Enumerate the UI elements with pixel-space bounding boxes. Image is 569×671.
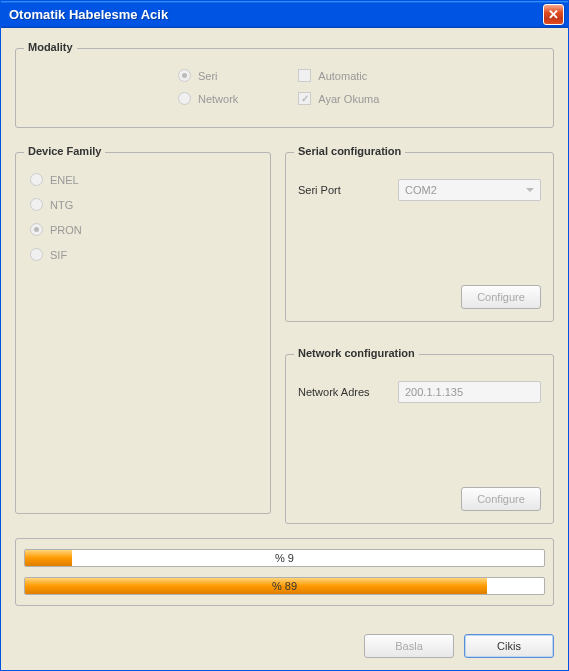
radio-seri-label: Seri bbox=[198, 70, 218, 82]
progress-bar-1: % 9 bbox=[24, 549, 545, 567]
window-title: Otomatik Habelesme Acik bbox=[9, 7, 543, 22]
radio-seri: Seri bbox=[178, 69, 238, 82]
seri-port-value: COM2 bbox=[405, 184, 437, 196]
device-family-label: SIF bbox=[50, 249, 67, 261]
progress-label-2: % 89 bbox=[25, 578, 544, 594]
seri-port-label: Seri Port bbox=[298, 184, 388, 196]
radio-icon bbox=[30, 173, 43, 186]
device-family-item: SIF bbox=[30, 248, 256, 261]
device-family-item: NTG bbox=[30, 198, 256, 211]
device-family-item: ENEL bbox=[30, 173, 256, 186]
network-config-fieldset: Network configuration Network Adres 200.… bbox=[285, 354, 554, 524]
close-icon: ✕ bbox=[548, 7, 559, 22]
device-family-fieldset: Device Family ENEL NTG PRON bbox=[15, 152, 271, 514]
network-config-legend: Network configuration bbox=[294, 347, 419, 359]
device-family-label: PRON bbox=[50, 224, 82, 236]
radio-network: Network bbox=[178, 92, 238, 105]
network-addr-field[interactable]: 200.1.1.135 bbox=[398, 381, 541, 403]
device-family-label: NTG bbox=[50, 199, 73, 211]
network-addr-label: Network Adres bbox=[298, 386, 388, 398]
content-area: Modality Seri Network Automatic bbox=[1, 28, 568, 670]
checkbox-icon bbox=[298, 69, 311, 82]
progress-label-1: % 9 bbox=[25, 550, 544, 566]
radio-network-label: Network bbox=[198, 93, 238, 105]
progress-panel: % 9 % 89 bbox=[15, 538, 554, 606]
radio-icon bbox=[178, 92, 191, 105]
modality-legend: Modality bbox=[24, 41, 77, 53]
network-configure-button[interactable]: Configure bbox=[461, 487, 541, 511]
progress-bar-2: % 89 bbox=[24, 577, 545, 595]
network-addr-value: 200.1.1.135 bbox=[405, 386, 463, 398]
check-automatic: Automatic bbox=[298, 69, 379, 82]
device-family-label: ENEL bbox=[50, 174, 79, 186]
radio-icon bbox=[30, 198, 43, 211]
radio-icon bbox=[178, 69, 191, 82]
serial-config-legend: Serial configuration bbox=[294, 145, 405, 157]
titlebar: Otomatik Habelesme Acik ✕ bbox=[1, 1, 568, 28]
cikis-button[interactable]: Cikis bbox=[464, 634, 554, 658]
device-family-list: ENEL NTG PRON SIF bbox=[28, 167, 258, 261]
footer-buttons: Basla Cikis bbox=[15, 634, 554, 658]
radio-icon bbox=[30, 248, 43, 261]
check-automatic-label: Automatic bbox=[318, 70, 367, 82]
check-ayar-label: Ayar Okuma bbox=[318, 93, 379, 105]
radio-icon bbox=[30, 223, 43, 236]
modality-fieldset: Modality Seri Network Automatic bbox=[15, 48, 554, 128]
check-ayar-okuma: Ayar Okuma bbox=[298, 92, 379, 105]
checkbox-icon bbox=[298, 92, 311, 105]
serial-config-fieldset: Serial configuration Seri Port COM2 Conf… bbox=[285, 152, 554, 322]
chevron-down-icon bbox=[526, 188, 534, 192]
close-button[interactable]: ✕ bbox=[543, 4, 564, 25]
serial-configure-button[interactable]: Configure bbox=[461, 285, 541, 309]
dialog-window: Otomatik Habelesme Acik ✕ Modality Seri … bbox=[0, 0, 569, 671]
device-family-item: PRON bbox=[30, 223, 256, 236]
basla-button[interactable]: Basla bbox=[364, 634, 454, 658]
device-family-legend: Device Family bbox=[24, 145, 105, 157]
seri-port-combo[interactable]: COM2 bbox=[398, 179, 541, 201]
